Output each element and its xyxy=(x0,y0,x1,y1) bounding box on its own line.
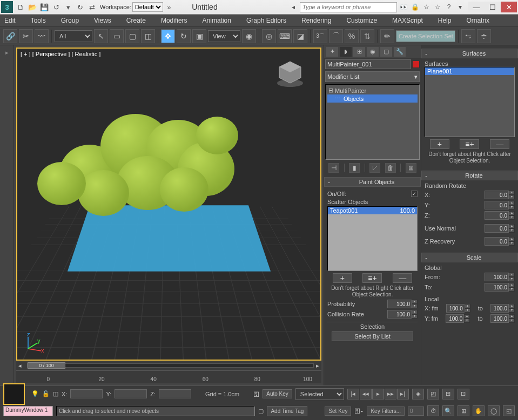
menu-graph-editors[interactable]: Graph Editors xyxy=(246,17,286,24)
snap-angle-icon[interactable]: ⌒ xyxy=(329,29,343,43)
lock-sel-icon[interactable]: 🔓 xyxy=(42,390,50,397)
redo-icon[interactable]: ↻ xyxy=(74,2,86,12)
selection-set-input[interactable] xyxy=(396,30,455,42)
pan-icon[interactable]: ✋ xyxy=(473,405,485,416)
view-cube[interactable] xyxy=(275,58,305,89)
link-icon[interactable]: ⇄ xyxy=(86,2,98,12)
time-ruler[interactable]: 0 20 40 60 80 100 xyxy=(16,370,321,383)
pin-icon[interactable]: ⊣ xyxy=(328,163,339,173)
rollup-header[interactable]: - Paint Objects xyxy=(324,177,421,187)
menu-group[interactable]: Group xyxy=(61,17,79,24)
list-item[interactable]: Teapot001 100.0 xyxy=(328,207,417,214)
expand-icon[interactable]: ▸ xyxy=(2,48,12,57)
scale-x-from-spinner[interactable]: ▴▾ xyxy=(446,304,470,313)
scale-from-spinner[interactable]: ▴▾ xyxy=(485,273,515,281)
motion-tab-icon[interactable]: ◉ xyxy=(367,47,379,57)
mirror-icon[interactable]: ⇋ xyxy=(461,29,475,43)
snap-2d-icon[interactable]: ◪ xyxy=(293,29,307,43)
menu-animation[interactable]: Animation xyxy=(203,17,231,24)
snap-3-icon[interactable]: 3⌒ xyxy=(313,29,327,43)
display-tab-icon[interactable]: ▢ xyxy=(380,47,392,57)
select-icon[interactable]: ↖ xyxy=(94,29,108,43)
help-icon[interactable]: ? xyxy=(444,2,454,12)
rotate-tool-icon[interactable]: ↻ xyxy=(177,29,191,43)
zrecovery-spinner[interactable]: ▴▾ xyxy=(485,237,515,246)
goto-end-icon[interactable]: ▸| xyxy=(397,389,409,399)
minimize-button[interactable]: — xyxy=(468,2,485,12)
move-tool-icon[interactable]: ✥ xyxy=(161,29,175,43)
close-button[interactable]: ✕ xyxy=(501,2,517,12)
manip-icon[interactable]: ◎ xyxy=(262,29,276,43)
scale-y-to-spinner[interactable]: ▴▾ xyxy=(490,314,515,323)
show-end-icon[interactable]: ▮ xyxy=(349,163,360,173)
lock-icon[interactable]: 🔒 xyxy=(410,2,420,12)
key-icon[interactable]: ⚿ xyxy=(253,391,259,397)
menu-create[interactable]: Create xyxy=(126,17,146,24)
keyboard-icon[interactable]: ⌨ xyxy=(278,29,292,43)
remove-icon[interactable]: 🗑 xyxy=(385,163,396,173)
viewport-label[interactable]: [ + ] [ Perspective ] [ Realistic ] xyxy=(21,51,100,57)
search-prev-icon[interactable]: ◂ xyxy=(288,2,298,12)
use-normal-spinner[interactable]: ▴▾ xyxy=(485,224,515,233)
zoom-all-icon[interactable]: ⊞ xyxy=(458,405,469,416)
rotate-x-spinner[interactable]: ▴▾ xyxy=(485,191,515,199)
remove-button[interactable]: — xyxy=(393,273,412,283)
iso-icon[interactable]: ◫ xyxy=(53,390,58,397)
goto-start-icon[interactable]: |◂ xyxy=(347,389,359,399)
rollup-header[interactable]: - Surfaces xyxy=(421,49,518,58)
surfaces-list[interactable]: Plane001 xyxy=(425,67,515,137)
search-input[interactable] xyxy=(300,2,397,12)
set-key-button[interactable]: Set Key xyxy=(325,407,351,416)
key-target-dropdown[interactable]: Selected xyxy=(295,388,344,400)
menu-tools[interactable]: Tools xyxy=(31,17,46,24)
object-color-swatch[interactable] xyxy=(412,60,420,68)
select-rect-icon[interactable]: ▢ xyxy=(125,29,139,43)
scale-to-spinner[interactable]: ▴▾ xyxy=(485,283,515,292)
select-by-list-button[interactable]: Select By List xyxy=(332,331,413,341)
configure-icon[interactable]: ⊞ xyxy=(406,163,416,173)
key-mode-icon[interactable]: ⚿▾ xyxy=(354,408,364,414)
unique-icon[interactable]: ⩗ xyxy=(369,163,380,173)
scale-x-to-spinner[interactable]: ▴▾ xyxy=(490,304,515,313)
time-thumb[interactable]: 0 / 100 xyxy=(28,362,65,369)
auto-key-button[interactable]: Auto Key xyxy=(263,389,292,398)
filter-dropdown[interactable]: All xyxy=(55,30,92,42)
coords-dropdown[interactable]: View xyxy=(208,30,240,42)
spinner-snap-icon[interactable]: ⇅ xyxy=(360,29,374,43)
snap-percent-icon[interactable]: % xyxy=(345,29,359,43)
undo-icon[interactable]: ↺ xyxy=(50,2,62,12)
zoom-icon[interactable]: 🔍 xyxy=(442,405,454,416)
rotate-z-spinner[interactable]: ▴▾ xyxy=(485,211,515,220)
center-icon[interactable]: ◉ xyxy=(242,29,256,43)
scatter-list[interactable]: Teapot001 100.0 xyxy=(327,206,418,271)
viewport[interactable]: [ + ] [ Perspective ] [ Realistic ] zxy xyxy=(16,48,321,361)
collapse-icon[interactable]: - xyxy=(422,172,430,179)
add-button[interactable]: + xyxy=(430,139,449,149)
modify-tab-icon[interactable]: ◗ xyxy=(340,47,352,57)
collapse-icon[interactable]: - xyxy=(422,254,430,261)
add-multi-button[interactable]: ≡+ xyxy=(362,273,382,283)
menu-help[interactable]: Help xyxy=(438,17,452,24)
new-file-icon[interactable]: 🗋 xyxy=(15,2,26,12)
key-filters-button[interactable]: Key Filters... xyxy=(367,407,405,416)
edit-named-icon[interactable]: ✏ xyxy=(380,29,394,43)
menu-edit[interactable]: Edit xyxy=(4,17,16,24)
open-file-icon[interactable]: 📂 xyxy=(26,2,38,12)
nav-4-icon[interactable]: ⊡ xyxy=(458,389,469,399)
y-coord-input[interactable] xyxy=(115,389,147,398)
menu-maxscript[interactable]: MAXScript xyxy=(392,17,423,24)
add-multi-button[interactable]: ≡+ xyxy=(460,139,479,149)
star-icon[interactable]: ☆ xyxy=(421,2,431,12)
nav-1-icon[interactable]: ◈ xyxy=(412,389,424,399)
x-coord-input[interactable] xyxy=(70,389,103,398)
menu-views[interactable]: Views xyxy=(94,17,111,24)
scale-tool-icon[interactable]: ▣ xyxy=(192,29,206,43)
collapse-icon[interactable]: - xyxy=(422,50,430,57)
modifier-list-dropdown[interactable]: Modifier List▾ xyxy=(325,71,420,82)
modifier-stack[interactable]: ⊟MultiPainter ⋯Objects xyxy=(325,84,420,160)
collapse-icon[interactable]: - xyxy=(325,179,333,185)
menu-rendering[interactable]: Rendering xyxy=(301,17,331,24)
frame-input[interactable] xyxy=(408,407,424,416)
hierarchy-tab-icon[interactable]: ⊞ xyxy=(353,47,365,57)
time-slider[interactable]: ◂ 0 / 100 ▸ xyxy=(16,361,321,370)
